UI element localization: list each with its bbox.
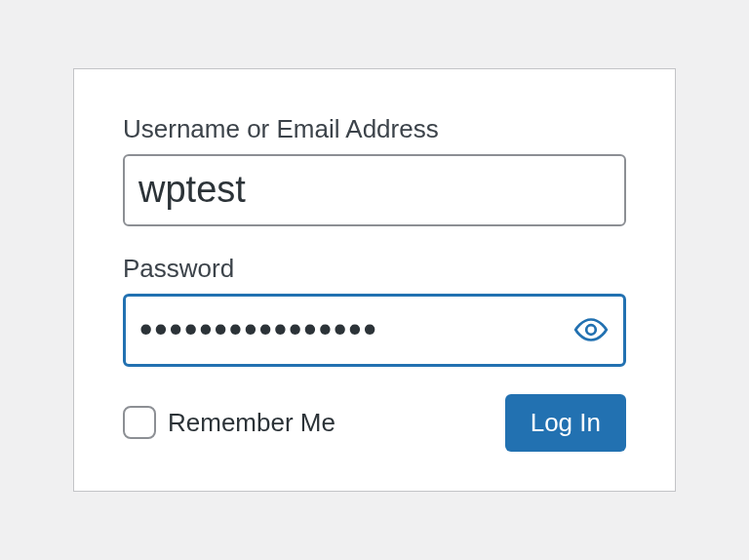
password-field-group: Password [123,254,626,367]
remember-me-label: Remember Me [168,408,335,438]
password-input[interactable] [123,294,626,367]
svg-point-0 [586,325,596,335]
remember-me-group: Remember Me [123,406,335,439]
remember-me-checkbox[interactable] [123,406,156,439]
username-label: Username or Email Address [123,114,626,144]
form-bottom-row: Remember Me Log In [123,394,626,452]
eye-icon [573,312,609,347]
login-button[interactable]: Log In [505,394,626,452]
username-input[interactable] [123,154,626,225]
login-form: Username or Email Address Password Remem… [73,68,676,492]
password-label: Password [123,254,626,284]
toggle-password-visibility-button[interactable] [568,306,614,353]
password-input-wrap [123,294,626,367]
username-field-group: Username or Email Address [123,114,626,225]
